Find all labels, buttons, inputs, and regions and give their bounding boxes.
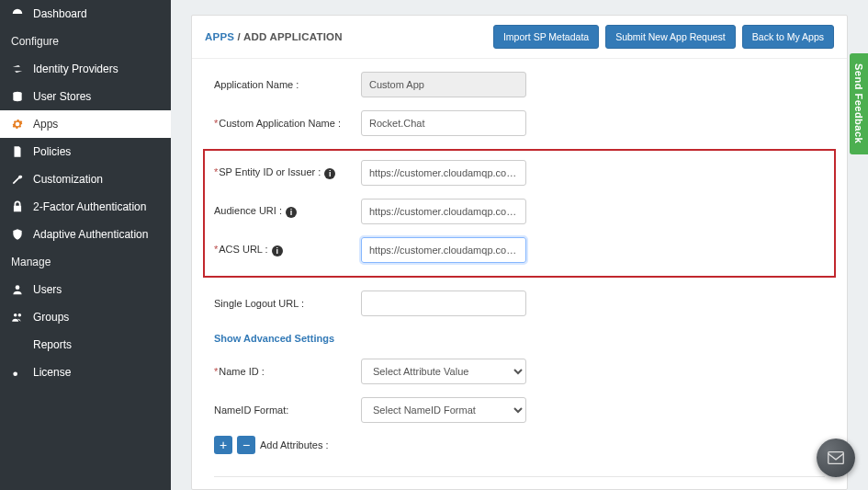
tachometer-icon [11,7,24,20]
sidebar-item-adaptive-auth[interactable]: Adaptive Authentication [0,221,171,248]
card-header: APPS / ADD APPLICATION Import SP Metadat… [192,16,847,59]
acs-url-input[interactable] [361,237,526,263]
row-name-id: Name ID : Select Attribute Value [214,359,825,384]
sidebar-item-label: Reports [33,338,72,351]
main-content: APPS / ADD APPLICATION Import SP Metadat… [171,0,868,490]
sp-entity-input[interactable] [361,160,526,186]
import-sp-metadata-button[interactable]: Import SP Metadata [493,25,599,49]
sidebar-heading-manage: Manage [0,248,171,276]
label-acs-url: ACS URL : [214,244,268,255]
sidebar-item-apps[interactable]: Apps [0,110,171,138]
contact-mail-button[interactable] [817,439,855,477]
section-add-policy: ADD POLICY [214,476,825,489]
sidebar-item-dashboard[interactable]: Dashboard [0,0,171,28]
sidebar-item-reports[interactable]: Reports [0,331,171,359]
application-name-input [361,72,526,97]
label-add-attributes: Add Attributes : [260,439,329,450]
label-custom-app-name: Custom Application Name : [214,118,341,129]
app-card: APPS / ADD APPLICATION Import SP Metadat… [191,15,848,490]
header-actions: Import SP Metadata Submit New App Reques… [493,25,834,49]
sidebar-item-label: Groups [33,311,69,324]
sidebar-item-users[interactable]: Users [0,276,171,303]
sidebar-item-label: Policies [33,145,71,158]
slo-url-input[interactable] [361,291,526,316]
sidebar: Dashboard Configure Identity Providers U… [0,0,171,490]
label-name-id: Name ID : [214,366,265,377]
svg-point-4 [13,371,17,376]
custom-app-name-input[interactable] [361,110,526,136]
label-sp-entity: SP Entity ID or Issuer : [214,166,321,177]
lock-icon [11,200,24,213]
row-application-name: Application Name : [214,72,825,97]
database-icon [11,90,24,103]
breadcrumb: APPS / ADD APPLICATION [205,31,343,42]
row-add-attributes: + − Add Attributes : [214,436,825,454]
label-audience-uri: Audience URI : [214,205,282,216]
envelope-icon [826,448,846,468]
info-icon[interactable]: i [324,168,335,179]
sidebar-item-label: Adaptive Authentication [33,228,148,241]
users-icon [11,311,24,324]
submit-new-app-button[interactable]: Submit New App Request [605,25,736,49]
sidebar-item-user-stores[interactable]: User Stores [0,83,171,110]
remove-attribute-button[interactable]: − [237,436,255,454]
sidebar-item-policies[interactable]: Policies [0,138,171,165]
user-icon [11,283,24,296]
row-audience-uri: Audience URI :i [214,199,825,224]
name-id-select[interactable]: Select Attribute Value [361,359,526,384]
info-icon[interactable]: i [286,207,297,218]
sidebar-item-2fa[interactable]: 2-Factor Authentication [0,193,171,221]
sidebar-item-identity-providers[interactable]: Identity Providers [0,55,171,83]
svg-rect-5 [829,452,844,464]
show-advanced-settings-link[interactable]: Show Advanced Settings [214,329,334,359]
sidebar-item-label: User Stores [33,90,91,103]
svg-point-1 [16,285,20,290]
back-to-my-apps-button[interactable]: Back to My Apps [742,25,834,49]
breadcrumb-sep: / [238,31,241,42]
shield-icon [11,228,24,241]
sidebar-item-label: Apps [33,118,58,131]
card-body[interactable]: Application Name : Custom Application Na… [192,59,847,489]
breadcrumb-apps[interactable]: APPS [205,31,234,42]
row-sp-entity: SP Entity ID or Issuer :i [214,160,825,186]
label-nameid-format: NameID Format: [214,405,361,416]
highlight-box: SP Entity ID or Issuer :i Audience URI :… [203,149,836,278]
sidebar-item-customization[interactable]: Customization [0,165,171,193]
audience-uri-input[interactable] [361,199,526,224]
wrench-icon [11,173,24,186]
sidebar-item-label: License [33,366,71,379]
sidebar-item-label: Dashboard [33,7,87,20]
row-slo-url: Single Logout URL : [214,291,825,316]
sidebar-item-label: Users [33,283,62,296]
sidebar-item-label: Identity Providers [33,63,118,75]
exchange-icon [11,63,24,75]
label-application-name: Application Name : [214,79,361,90]
row-nameid-format: NameID Format: Select NameID Format [214,397,825,423]
sidebar-heading-configure: Configure [0,28,171,55]
row-custom-app-name: Custom Application Name : [214,110,825,136]
sidebar-item-license[interactable]: License [0,359,171,386]
key-icon [11,366,24,379]
sidebar-item-label: Customization [33,173,103,186]
nameid-format-select[interactable]: Select NameID Format [361,397,526,423]
info-icon[interactable]: i [272,245,283,256]
svg-point-3 [18,313,21,317]
add-attribute-button[interactable]: + [214,436,232,454]
breadcrumb-add: ADD APPLICATION [243,31,343,42]
sidebar-item-groups[interactable]: Groups [0,303,171,331]
svg-point-2 [14,313,17,317]
label-slo-url: Single Logout URL : [214,298,361,309]
gear-icon [11,118,24,131]
sidebar-item-label: 2-Factor Authentication [33,200,146,213]
row-acs-url: ACS URL :i [214,237,825,263]
chart-icon [11,338,24,351]
document-icon [11,145,24,158]
send-feedback-tab[interactable]: Send Feedback [850,53,868,154]
